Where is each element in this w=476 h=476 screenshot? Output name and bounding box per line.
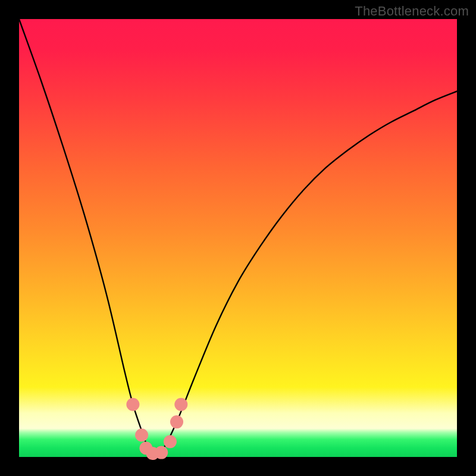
curve-marker	[155, 446, 168, 459]
chart-frame: TheBottleneck.com	[0, 0, 476, 476]
curve-marker	[164, 435, 177, 448]
curve-marker	[126, 398, 139, 411]
bottleneck-curve	[19, 19, 457, 455]
highlighted-points	[126, 398, 187, 460]
curve-marker	[170, 415, 183, 428]
watermark-text: TheBottleneck.com	[355, 4, 469, 19]
curve-marker	[174, 398, 187, 411]
plot-area	[19, 19, 457, 457]
curve-path	[19, 19, 457, 455]
curve-marker	[135, 428, 148, 441]
chart-svg	[19, 19, 457, 457]
